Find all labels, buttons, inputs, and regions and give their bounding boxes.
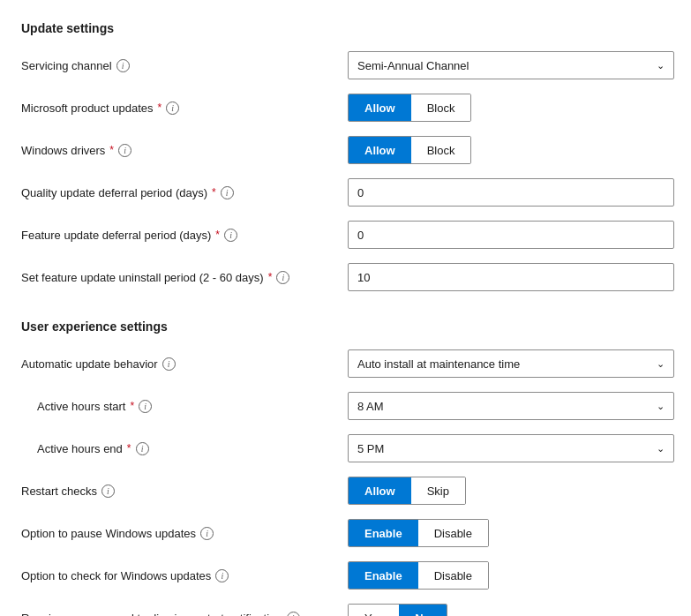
user-approval-dismiss-toggle: Yes No	[348, 604, 447, 616]
automatic-update-behavior-chevron-icon: ⌄	[657, 358, 665, 370]
restart-checks-label: Restart checks i	[21, 485, 348, 498]
update-settings-title: Update settings	[21, 21, 670, 35]
windows-drivers-toggle: Allow Block	[348, 136, 471, 164]
servicing-channel-chevron-icon: ⌄	[657, 60, 665, 71]
check-windows-updates-control: Enable Disable	[348, 561, 670, 590]
active-hours-start-chevron-icon: ⌄	[657, 401, 665, 412]
windows-drivers-control: Allow Block	[348, 136, 670, 164]
servicing-channel-info-icon[interactable]: i	[116, 59, 130, 72]
user-approval-dismiss-info-icon[interactable]: i	[287, 612, 300, 617]
check-windows-updates-enable-button[interactable]: Enable	[349, 561, 418, 590]
windows-drivers-block-button[interactable]: Block	[411, 136, 471, 164]
check-windows-updates-info-icon[interactable]: i	[215, 569, 229, 582]
uninstall-period-label: Set feature update uninstall period (2 -…	[21, 271, 348, 284]
pause-windows-updates-info-icon[interactable]: i	[200, 527, 214, 540]
servicing-channel-dropdown[interactable]: Semi-Annual Channel ⌄	[348, 51, 674, 79]
quality-deferral-row: Quality update deferral period (days) * …	[21, 175, 670, 210]
pause-windows-updates-label: Option to pause Windows updates i	[21, 527, 348, 540]
user-approval-dismiss-row: Require user approval to dismiss restart…	[21, 600, 670, 616]
feature-deferral-row: Feature update deferral period (days) * …	[21, 217, 670, 252]
check-windows-updates-toggle: Enable Disable	[348, 561, 489, 590]
active-hours-start-row: Active hours start * i 8 AM ⌄	[21, 388, 670, 424]
restart-checks-allow-button[interactable]: Allow	[349, 477, 411, 505]
update-settings-section: Update settings Servicing channel i Semi…	[21, 21, 670, 295]
feature-deferral-label: Feature update deferral period (days) * …	[21, 229, 348, 242]
pause-windows-updates-disable-button[interactable]: Disable	[418, 519, 488, 547]
active-hours-start-label: Active hours start * i	[21, 400, 348, 413]
microsoft-product-updates-control: Allow Block	[348, 94, 670, 122]
pause-windows-updates-row: Option to pause Windows updates i Enable…	[21, 515, 670, 551]
restart-checks-skip-button[interactable]: Skip	[411, 477, 465, 505]
automatic-update-behavior-label: Automatic update behavior i	[21, 357, 348, 371]
microsoft-product-updates-toggle: Allow Block	[348, 94, 471, 122]
servicing-channel-control: Semi-Annual Channel ⌄	[348, 51, 674, 79]
microsoft-product-updates-label: Microsoft product updates * i	[21, 101, 348, 115]
active-hours-end-chevron-icon: ⌄	[657, 443, 665, 454]
automatic-update-behavior-row: Automatic update behavior i Auto install…	[21, 346, 670, 381]
automatic-update-behavior-control: Auto install at maintenance time ⌄	[348, 349, 674, 378]
uninstall-period-input[interactable]	[348, 263, 674, 291]
active-hours-end-label: Active hours end * i	[21, 442, 348, 455]
windows-drivers-info-icon[interactable]: i	[118, 144, 131, 157]
feature-deferral-info-icon[interactable]: i	[224, 229, 237, 242]
uninstall-period-info-icon[interactable]: i	[276, 271, 289, 284]
quality-deferral-input[interactable]	[348, 178, 674, 207]
restart-checks-row: Restart checks i Allow Skip	[21, 473, 670, 508]
user-experience-section: User experience settings Automatic updat…	[21, 319, 670, 616]
servicing-channel-row: Servicing channel i Semi-Annual Channel …	[21, 48, 670, 83]
active-hours-start-info-icon[interactable]: i	[139, 400, 152, 413]
microsoft-product-updates-row: Microsoft product updates * i Allow Bloc…	[21, 90, 670, 125]
microsoft-product-updates-info-icon[interactable]: i	[166, 101, 179, 115]
check-windows-updates-label: Option to check for Windows updates i	[21, 569, 348, 582]
uninstall-period-control	[348, 263, 674, 291]
check-windows-updates-row: Option to check for Windows updates i En…	[21, 558, 670, 593]
active-hours-end-dropdown[interactable]: 5 PM ⌄	[348, 434, 674, 462]
quality-deferral-label: Quality update deferral period (days) * …	[21, 186, 348, 199]
user-approval-dismiss-no-button[interactable]: No	[399, 604, 446, 616]
user-experience-title: User experience settings	[21, 319, 670, 334]
microsoft-product-updates-block-button[interactable]: Block	[411, 94, 471, 122]
microsoft-product-updates-allow-button[interactable]: Allow	[349, 94, 411, 122]
quality-deferral-info-icon[interactable]: i	[221, 186, 234, 199]
restart-checks-info-icon[interactable]: i	[101, 485, 115, 498]
automatic-update-behavior-info-icon[interactable]: i	[162, 357, 176, 371]
windows-drivers-row: Windows drivers * i Allow Block	[21, 132, 670, 168]
restart-checks-control: Allow Skip	[348, 477, 670, 505]
restart-checks-toggle: Allow Skip	[348, 477, 466, 505]
active-hours-end-control: 5 PM ⌄	[348, 434, 674, 462]
pause-windows-updates-toggle: Enable Disable	[348, 519, 489, 547]
pause-windows-updates-control: Enable Disable	[348, 519, 670, 547]
active-hours-start-dropdown[interactable]: 8 AM ⌄	[348, 392, 674, 420]
windows-drivers-label: Windows drivers * i	[21, 144, 348, 157]
servicing-channel-label: Servicing channel i	[21, 59, 348, 72]
uninstall-period-row: Set feature update uninstall period (2 -…	[21, 259, 670, 295]
pause-windows-updates-enable-button[interactable]: Enable	[349, 519, 418, 547]
active-hours-start-control: 8 AM ⌄	[348, 392, 674, 420]
automatic-update-behavior-dropdown[interactable]: Auto install at maintenance time ⌄	[348, 349, 674, 378]
user-approval-dismiss-label: Require user approval to dismiss restart…	[21, 612, 348, 617]
active-hours-end-row: Active hours end * i 5 PM ⌄	[21, 431, 670, 466]
feature-deferral-control	[348, 221, 674, 249]
check-windows-updates-disable-button[interactable]: Disable	[418, 561, 488, 590]
windows-drivers-allow-button[interactable]: Allow	[349, 136, 411, 164]
quality-deferral-control	[348, 178, 674, 207]
feature-deferral-input[interactable]	[348, 221, 674, 249]
user-approval-dismiss-control: Yes No	[348, 604, 670, 616]
user-approval-dismiss-yes-button[interactable]: Yes	[349, 604, 399, 616]
active-hours-end-info-icon[interactable]: i	[136, 442, 149, 455]
